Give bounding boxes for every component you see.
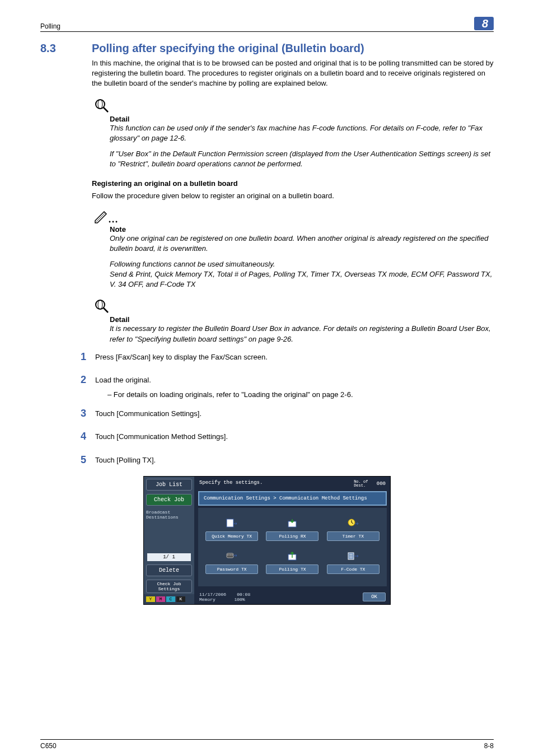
subsection-intro: Follow the procedure given below to regi… (92, 191, 494, 201)
note-paragraph: Only one original can be registered on o… (110, 234, 494, 254)
step-sub-bullet: – For details on loading originals, refe… (107, 390, 494, 399)
page-indicator: 1/ 1 (147, 553, 191, 561)
svg-line-9 (104, 308, 108, 312)
step-text: Load the original. (95, 373, 151, 387)
step-row: 1 Press [Fax/Scan] key to display the Fa… (81, 350, 494, 364)
button-label: F-Code TX (327, 564, 380, 574)
dest-count-value: 000 (377, 481, 386, 487)
footer-page-number: 8-8 (484, 742, 494, 750)
svg-point-5 (113, 221, 114, 222)
step-text: Touch [Polling TX]. (95, 453, 156, 467)
device-screenshot: Job List Check Job Broadcast Destination… (143, 476, 391, 605)
timer-tx-button[interactable]: Timer TX (327, 517, 380, 541)
toner-cyan-icon: C (166, 596, 175, 602)
step-number: 5 (81, 453, 95, 467)
step-row: 4 Touch [Communication Method Settings]. (81, 430, 494, 444)
footer-model: C650 (40, 742, 57, 750)
detail-paragraph: This function can be used only if the se… (110, 123, 494, 143)
step-number: 1 (81, 350, 95, 364)
screenshot-sidebar: Job List Check Job Broadcast Destination… (144, 477, 195, 604)
quick-memory-tx-button[interactable]: Quick Memory TX (205, 517, 258, 541)
check-job-tab[interactable]: Check Job (146, 494, 192, 506)
settings-panel: Quick Memory TX Polling RX Timer TX (198, 508, 387, 586)
step-text: Touch [Communication Settings]. (95, 407, 202, 421)
step-text: Press [Fax/Scan] key to display the Fax/… (95, 350, 268, 364)
step-row: 5 Touch [Polling TX]. (81, 453, 494, 467)
status-memory-label: Memory (199, 597, 216, 602)
intro-paragraph: In this machine, the original that is to… (92, 58, 494, 89)
svg-point-0 (96, 100, 105, 109)
screenshot-statusbar: 11/17/2006 00:08 Memory 100% OK (195, 590, 390, 604)
status-time: 00:08 (237, 592, 250, 597)
polling-tx-button[interactable]: Polling TX (266, 550, 318, 574)
page-header: Polling 8 (40, 17, 494, 32)
note-title: Note (110, 225, 494, 234)
svg-text:***: *** (227, 554, 233, 558)
button-label: Password TX (205, 564, 258, 574)
memory-tx-icon (205, 517, 258, 530)
magnifier-icon (94, 298, 494, 314)
polling-rx-button[interactable]: Polling RX (266, 517, 318, 541)
button-label: Quick Memory TX (205, 531, 258, 541)
svg-point-1 (98, 100, 102, 109)
step-row: 2 Load the original. (81, 373, 494, 387)
section-heading: 8.3 Polling after specifying the origina… (40, 42, 494, 55)
step-number: 4 (81, 430, 95, 444)
job-list-tab[interactable]: Job List (146, 479, 192, 491)
status-memory-value: 100% (234, 597, 245, 602)
toner-black-icon: K (176, 596, 185, 602)
section-title: Polling after specifying the original (B… (92, 42, 364, 55)
dest-count-label: No. of Dest. (354, 480, 368, 488)
password-tx-icon: *** (205, 550, 258, 563)
toner-magenta-icon: M (156, 596, 165, 602)
svg-point-7 (96, 300, 105, 309)
step-text: Touch [Communication Method Settings]. (95, 430, 228, 444)
detail-paragraph: It is necessary to register the Bulletin… (110, 324, 494, 344)
header-section-name: Polling (40, 22, 60, 30)
note-paragraph: Following functions cannot be used simul… (110, 259, 494, 269)
svg-line-2 (104, 108, 108, 112)
subsection-heading: Registering an original on a bulletin bo… (92, 179, 494, 188)
pencil-note-icon (94, 211, 494, 224)
svg-point-8 (98, 300, 102, 309)
detail-title: Detail (110, 115, 494, 123)
button-label: Polling TX (266, 564, 318, 574)
button-label: Polling RX (266, 531, 318, 541)
ok-button[interactable]: OK (363, 592, 386, 601)
toner-yellow-icon: Y (146, 596, 155, 602)
step-number: 2 (81, 373, 95, 387)
topbar-instruction: Specify the settings. (199, 480, 263, 488)
f-code-tx-icon (327, 550, 380, 563)
svg-rect-10 (227, 519, 233, 527)
broadcast-label: Broadcast Destinations (144, 507, 194, 521)
detail-paragraph: If "User Box" in the Default Function Pe… (110, 149, 494, 169)
step-number: 3 (81, 407, 95, 421)
svg-point-4 (109, 221, 111, 222)
detail-title: Detail (110, 315, 494, 324)
screenshot-topbar: Specify the settings. No. of Dest. 000 (195, 477, 390, 491)
f-code-tx-button[interactable]: F-Code TX (327, 550, 380, 574)
chapter-number-badge: 8 (474, 17, 494, 30)
page-footer: C650 8-8 (40, 739, 494, 750)
magnifier-icon (94, 98, 494, 114)
svg-point-6 (116, 221, 118, 222)
delete-button[interactable]: Delete (146, 564, 192, 576)
status-date: 11/17/2006 (199, 592, 226, 597)
section-number: 8.3 (40, 42, 68, 55)
timer-tx-icon (327, 517, 380, 530)
step-row: 3 Touch [Communication Settings]. (81, 407, 494, 421)
svg-line-3 (96, 213, 105, 222)
password-tx-button[interactable]: *** Password TX (205, 550, 258, 574)
polling-rx-icon (266, 517, 318, 530)
polling-tx-icon (266, 550, 318, 563)
breadcrumb: Communication Settings > Communication M… (198, 491, 387, 506)
note-paragraph: Send & Print, Quick Memory TX, Total # o… (110, 269, 494, 290)
button-label: Timer TX (327, 531, 380, 541)
toner-levels: Y M C K (144, 594, 194, 604)
check-job-settings-button[interactable]: Check Job Settings (146, 580, 192, 593)
